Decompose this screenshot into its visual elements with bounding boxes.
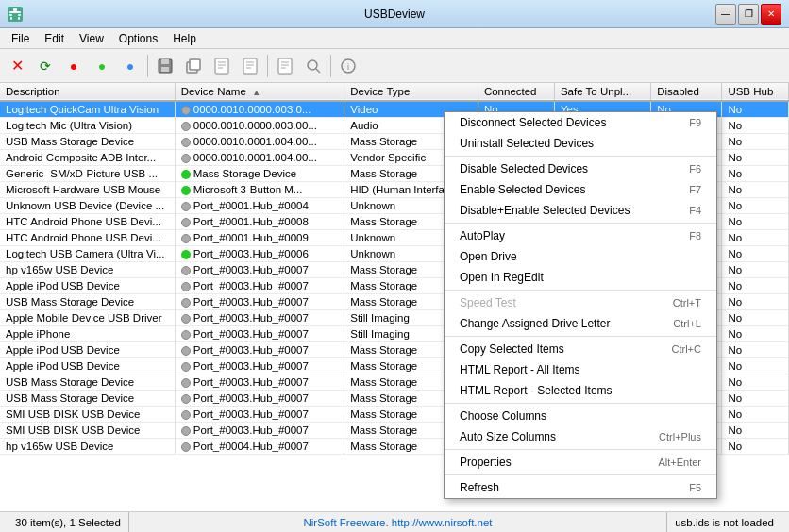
toolbar-enable[interactable]: ● [89,53,115,79]
status-dot [181,442,191,452]
menu-options[interactable]: Options [111,30,165,47]
status-dot [181,426,191,436]
status-dot [181,218,191,227]
svg-line-24 [316,69,320,73]
cell-devname: 0000.0010.0001.004.00... [175,150,344,166]
context-menu-item[interactable]: AutoPlay F8 [445,225,716,246]
menu-edit[interactable]: Edit [37,30,72,47]
context-menu-item[interactable]: Properties Alt+Enter [445,452,716,473]
col-header-usbhub[interactable]: USB Hub [722,83,789,101]
context-menu-item[interactable]: HTML Report - All Items [445,359,716,380]
toolbar-csv[interactable] [272,53,298,79]
cell-desc: Apple iPhone [0,326,175,342]
cell-usbhub: No [722,294,789,310]
context-menu-item[interactable]: Uninstall Selected Devices [445,133,716,154]
svg-rect-15 [243,58,257,74]
context-menu-item: Speed Test Ctrl+T [445,292,716,313]
toolbar-refresh[interactable]: ⟳ [32,53,59,79]
ctx-item-label: Speed Test [460,296,516,309]
cell-devname: Port_#0003.Hub_#0007 [175,294,344,310]
cell-devname: Port_#0003.Hub_#0007 [175,374,344,391]
cell-usbhub: No [722,246,789,262]
toolbar-blue[interactable]: ● [117,53,143,79]
context-menu-item[interactable]: Choose Columns [445,406,716,426]
cell-desc: USB Mass Storage Device [0,294,175,310]
cell-usbhub: No [722,310,789,326]
maximize-button[interactable]: ❐ [738,4,759,25]
cell-devname: Port_#0004.Hub_#0007 [175,439,344,455]
toolbar-sep1 [147,55,148,77]
cell-devname: Port_#0003.Hub_#0007 [175,391,344,407]
toolbar-stop[interactable]: ● [60,53,87,79]
context-menu-item[interactable]: Refresh F5 [445,477,716,498]
menu-file[interactable]: File [4,30,37,47]
context-menu-item[interactable]: Auto Size Columns Ctrl+Plus [445,426,716,447]
context-menu-item[interactable]: Open Drive [445,246,716,267]
cell-usbhub: No [722,439,789,455]
status-dot [181,394,191,404]
status-dot [181,186,191,195]
col-header-device-type[interactable]: Device Type [344,83,478,101]
col-header-disabled[interactable]: Disabled [651,83,722,101]
cell-devname: Port_#0003.Hub_#0007 [175,326,344,342]
cell-usbhub: No [722,166,789,182]
status-dot [181,138,191,147]
cell-usbhub: No [722,182,789,198]
cell-usbhub: No [722,262,789,278]
toolbar-search[interactable] [300,53,327,79]
cell-desc: Apple iPod USB Device [0,342,175,358]
context-menu-separator [445,223,716,224]
menu-help[interactable]: Help [165,30,204,47]
toolbar-html1[interactable] [209,53,235,79]
col-header-description[interactable]: Description [0,83,175,101]
ctx-item-label: Properties [460,456,512,469]
context-menu-item[interactable]: Disconnect Selected Devices F9 [445,112,716,133]
cell-devname: Port_#0003.Hub_#0007 [175,358,344,374]
toolbar-delete[interactable]: ✕ [4,53,30,79]
col-header-connected[interactable]: Connected [478,83,554,101]
toolbar-save[interactable] [152,53,178,79]
col-header-safe[interactable]: Safe To Unpl... [554,83,650,101]
toolbar-properties[interactable]: i [335,53,361,79]
menu-view[interactable]: View [72,30,111,47]
context-menu-item[interactable]: Enable Selected Devices F7 [445,179,716,200]
toolbar-copy[interactable] [180,53,207,79]
title-bar: USBDeview — ❐ ✕ [0,0,789,28]
context-menu-item[interactable]: Copy Selected Items Ctrl+C [445,339,716,359]
status-dot [181,266,191,275]
title-bar-left [8,7,23,22]
context-menu-item[interactable]: Change Assigned Drive Letter Ctrl+L [445,313,716,334]
cell-usbhub: No [722,101,789,118]
toolbar-html2[interactable] [237,53,263,79]
ctx-item-label: Open In RegEdit [460,271,544,284]
table-header-row: Description Device Name ▲ Device Type Co… [0,83,789,101]
status-dot [181,122,191,131]
status-dot [181,202,191,211]
context-menu-item[interactable]: HTML Report - Selected Items [445,380,716,401]
cell-usbhub: No [722,198,789,214]
ctx-item-label: Refresh [460,481,499,494]
context-menu-item[interactable]: Disable+Enable Selected Devices F4 [445,200,716,221]
ctx-item-shortcut: F9 [689,117,701,128]
cell-devname: Port_#0003.Hub_#0007 [175,342,344,358]
svg-rect-11 [215,58,228,74]
svg-rect-4 [10,17,12,20]
context-menu-item[interactable]: Open In RegEdit [445,267,716,288]
status-count-text: 30 item(s), 1 Selected [15,517,121,528]
col-header-device-name[interactable]: Device Name ▲ [175,83,344,101]
svg-rect-10 [190,59,200,70]
minimize-button[interactable]: — [715,4,736,25]
cell-usbhub: No [722,407,789,423]
context-menu-item[interactable]: Disable Selected Devices F6 [445,158,716,179]
ctx-item-label: Open Drive [460,250,517,263]
cell-devname: Port_#0001.Hub_#0004 [175,198,344,214]
cell-desc: Logitech QuickCam Ultra Vision [0,101,175,118]
ctx-item-shortcut: Ctrl+T [673,297,701,308]
cell-usbhub: No [722,278,789,294]
window-title: USBDeview [364,8,425,21]
status-dot [181,298,191,308]
close-button[interactable]: ✕ [761,4,781,25]
ctx-item-shortcut: F8 [689,230,701,241]
status-nirsoft: NirSoft Freeware. http://www.nirsoft.net [129,512,667,532]
status-nirsoft-text: NirSoft Freeware. http://www.nirsoft.net [303,517,492,528]
